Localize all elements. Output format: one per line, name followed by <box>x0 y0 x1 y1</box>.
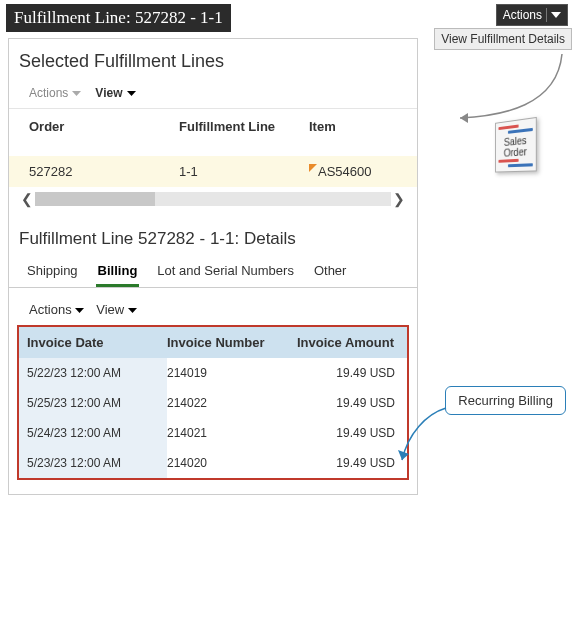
scroll-right-arrow[interactable]: ❯ <box>391 191 407 207</box>
invoice-view-menu[interactable]: View <box>96 302 137 317</box>
selected-toolbar: Actions View <box>9 82 417 108</box>
chevron-down-icon <box>127 86 136 100</box>
chevron-down-icon <box>72 86 81 100</box>
invoice-actions-label: Actions <box>29 302 72 317</box>
svg-marker-3 <box>127 91 136 96</box>
actions-button-label: Actions <box>503 8 542 22</box>
actions-button[interactable]: Actions <box>496 4 568 26</box>
col-invoice-number: Invoice Number <box>167 335 297 350</box>
invoice-row[interactable]: 5/22/23 12:00 AM 214019 19.49 USD <box>19 358 407 388</box>
svg-marker-1 <box>460 113 468 123</box>
selected-lines-heading: Selected Fulfillment Lines <box>9 47 417 82</box>
page-title: Fulfillment Line: 527282 - 1-1 <box>6 4 231 32</box>
cell-item-text: AS54600 <box>318 164 372 179</box>
invoice-row[interactable]: 5/23/23 12:00 AM 214020 19.49 USD <box>19 448 407 478</box>
sales-order-label: Sales Order <box>498 134 532 159</box>
svg-marker-0 <box>551 12 561 18</box>
chevron-down-icon <box>128 302 137 317</box>
tab-lot-serial[interactable]: Lot and Serial Numbers <box>155 259 296 287</box>
invoice-row[interactable]: 5/24/23 12:00 AM 214021 19.49 USD <box>19 418 407 448</box>
cell-invoice-amount: 19.49 USD <box>297 456 399 470</box>
cell-invoice-date: 5/23/23 12:00 AM <box>19 448 167 478</box>
cell-invoice-number: 214020 <box>167 456 297 470</box>
invoice-column-header: Invoice Date Invoice Number Invoice Amou… <box>19 327 407 358</box>
svg-marker-2 <box>72 91 81 96</box>
sales-order-icon: Sales Order <box>492 120 548 178</box>
col-fulfillment-line: Fulfillment Line <box>179 119 309 134</box>
invoice-view-label: View <box>96 302 124 317</box>
cell-invoice-date: 5/22/23 12:00 AM <box>19 358 167 388</box>
selected-view-menu[interactable]: View <box>95 86 135 100</box>
cell-invoice-number: 214022 <box>167 396 297 410</box>
cell-invoice-amount: 19.49 USD <box>297 396 399 410</box>
recurring-billing-callout: Recurring Billing <box>445 386 566 415</box>
invoice-toolbar: Actions View <box>9 288 417 325</box>
invoice-actions-menu[interactable]: Actions <box>29 302 84 317</box>
cell-invoice-number: 214021 <box>167 426 297 440</box>
svg-marker-4 <box>75 308 84 313</box>
details-heading: Fulfillment Line 527282 - 1-1: Details <box>9 207 417 259</box>
view-fulfillment-details-button[interactable]: View Fulfillment Details <box>434 28 572 50</box>
cell-invoice-date: 5/24/23 12:00 AM <box>19 418 167 448</box>
cell-fulfillment-line: 1-1 <box>179 164 309 179</box>
cell-invoice-number: 214019 <box>167 366 297 380</box>
tab-shipping[interactable]: Shipping <box>25 259 80 287</box>
horizontal-scrollbar[interactable]: ❮ ❯ <box>19 191 407 207</box>
cell-order: 527282 <box>29 164 179 179</box>
selected-actions-menu[interactable]: Actions <box>29 86 81 100</box>
main-panel: Selected Fulfillment Lines Actions View … <box>8 38 418 495</box>
selected-column-header: Order Fulfillment Line Item <box>9 108 417 156</box>
scroll-left-arrow[interactable]: ❮ <box>19 191 35 207</box>
separator <box>546 8 547 22</box>
tab-other[interactable]: Other <box>312 259 349 287</box>
col-invoice-amount: Invoice Amount <box>297 335 399 350</box>
col-item: Item <box>309 119 407 134</box>
chevron-down-icon <box>75 302 84 317</box>
selected-view-label: View <box>95 86 122 100</box>
invoice-table: Invoice Date Invoice Number Invoice Amou… <box>17 325 409 480</box>
flag-icon <box>309 164 317 172</box>
tab-billing[interactable]: Billing <box>96 259 140 287</box>
cell-invoice-date: 5/25/23 12:00 AM <box>19 388 167 418</box>
scroll-track[interactable] <box>35 192 391 206</box>
table-row[interactable]: 527282 1-1 AS54600 <box>9 156 417 187</box>
scroll-thumb[interactable] <box>35 192 155 206</box>
cell-invoice-amount: 19.49 USD <box>297 426 399 440</box>
cell-invoice-amount: 19.49 USD <box>297 366 399 380</box>
selected-actions-label: Actions <box>29 86 68 100</box>
details-tabs: Shipping Billing Lot and Serial Numbers … <box>9 259 417 288</box>
invoice-row[interactable]: 5/25/23 12:00 AM 214022 19.49 USD <box>19 388 407 418</box>
col-invoice-date: Invoice Date <box>27 335 167 350</box>
col-order: Order <box>29 119 179 134</box>
chevron-down-icon <box>551 11 561 19</box>
cell-item: AS54600 <box>309 164 407 179</box>
svg-marker-5 <box>128 308 137 313</box>
